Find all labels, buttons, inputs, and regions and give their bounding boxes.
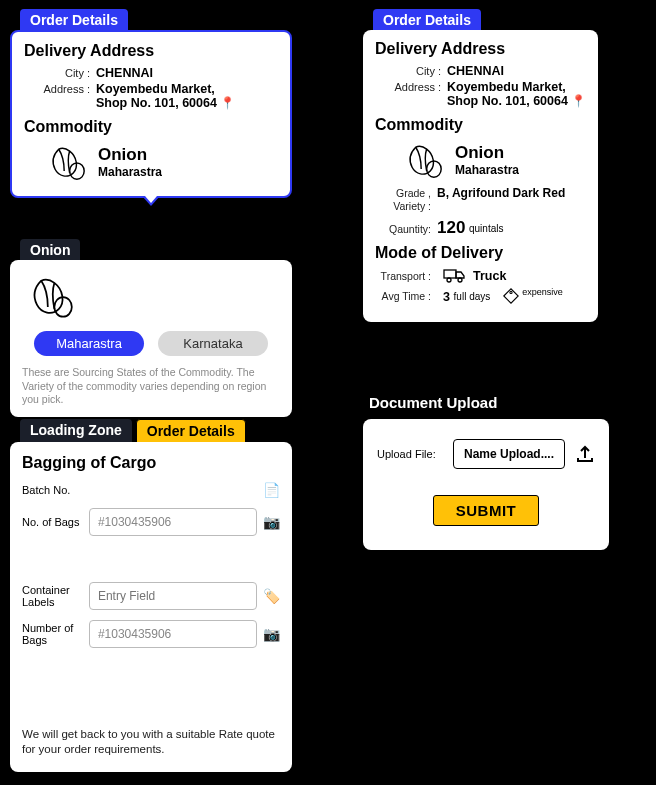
order-details-tag: Order Details	[373, 9, 481, 31]
commodity-heading: Commodity	[24, 118, 278, 136]
address-label: Address :	[375, 80, 447, 108]
city-value: CHENNAI	[96, 66, 153, 80]
submit-button[interactable]: SUBMIT	[433, 495, 540, 526]
bagging-heading: Bagging of Cargo	[22, 454, 280, 472]
commodity-region: Maharastra	[98, 165, 162, 179]
address-value: Koyembedu Market, Shop No. 101, 60064 📍	[96, 82, 235, 110]
quantity-label: Qauntity:	[375, 222, 437, 236]
document-upload-title: Document Upload	[363, 390, 645, 419]
loading-zone-tag: Loading Zone	[20, 419, 132, 443]
order-details-full-card: Delivery Address City : CHENNAI Address …	[363, 30, 598, 322]
transport-label: Transport :	[375, 269, 437, 283]
commodity-heading: Commodity	[375, 116, 586, 134]
price-tag-icon	[502, 287, 520, 305]
upload-icon[interactable]	[575, 444, 595, 464]
grade-variety-label: Grade , Variety :	[375, 186, 437, 212]
bagging-card: Bagging of Cargo Batch No. 📄 No. of Bags…	[10, 442, 292, 772]
commodity-name: Onion	[455, 143, 519, 163]
truck-icon	[443, 268, 467, 284]
onion-icon	[44, 142, 88, 182]
number-of-bags-input[interactable]	[89, 620, 257, 648]
camera-icon[interactable]: 📷	[263, 626, 280, 642]
address-line2: Shop No. 101, 60064	[447, 94, 568, 108]
order-details-tag-yellow: Order Details	[136, 419, 246, 443]
address-label: Address :	[24, 82, 96, 110]
address-value: Koyembedu Market, Shop No. 101, 60064 📍	[447, 80, 586, 108]
address-line2: Shop No. 101, 60064	[96, 96, 217, 110]
transport-value: Truck	[473, 269, 506, 283]
rate-quote-note: We will get back to you with a suitable …	[22, 727, 280, 758]
commodity-name: Onion	[98, 145, 162, 165]
delivery-address-heading: Delivery Address	[24, 42, 278, 60]
upload-file-input[interactable]: Name Upload....	[453, 439, 565, 469]
upload-file-label: Upload File:	[377, 448, 443, 460]
document-upload-card: Upload File: Name Upload.... SUBMIT	[363, 419, 609, 550]
quantity-value: 120	[437, 218, 465, 237]
batch-no-label: Batch No.	[22, 484, 86, 496]
city-label: City :	[375, 64, 447, 78]
city-label: City :	[24, 66, 96, 80]
avg-time-unit: full days	[454, 291, 491, 302]
camera-icon[interactable]: 📷	[263, 514, 280, 530]
pin-icon: 📍	[220, 96, 235, 110]
onion-icon	[22, 272, 78, 320]
container-labels-label: Container Labels	[22, 584, 83, 608]
delivery-address-heading: Delivery Address	[375, 40, 586, 58]
state-chip-maharastra[interactable]: Maharastra	[34, 331, 144, 356]
dropdown-indicator-icon	[142, 196, 160, 206]
tag-icon[interactable]: 🏷️	[263, 588, 280, 604]
address-line1: Koyembedu Market,	[447, 80, 566, 94]
container-labels-input[interactable]	[89, 582, 257, 610]
order-details-tag: Order Details	[20, 9, 128, 31]
onion-tag: Onion	[20, 239, 80, 261]
quantity-unit: quintals	[469, 223, 503, 234]
address-line1: Koyembedu Market,	[96, 82, 215, 96]
city-value: CHENNAI	[447, 64, 504, 78]
no-of-bags-label: No. of Bags	[22, 516, 83, 528]
avg-time-value: 3	[443, 290, 450, 304]
sourcing-state-card: Maharastra Karnataka These are Sourcing …	[10, 260, 292, 417]
grade-variety-value: B, Agrifound Dark Red	[437, 186, 565, 212]
avg-time-label: Avg Time :	[375, 289, 437, 303]
mode-of-delivery-heading: Mode of Delivery	[375, 244, 586, 262]
no-of-bags-input[interactable]	[89, 508, 257, 536]
onion-icon	[401, 140, 445, 180]
document-icon[interactable]: 📄	[262, 482, 280, 498]
sourcing-hint-text: These are Sourcing States of the Commodi…	[22, 366, 280, 407]
number-of-bags-label: Number of Bags	[22, 622, 83, 646]
price-note: expensive	[522, 287, 563, 297]
commodity-region: Maharastra	[455, 163, 519, 177]
state-chip-karnataka[interactable]: Karnataka	[158, 331, 268, 356]
order-details-card: Delivery Address City : CHENNAI Address …	[10, 30, 292, 198]
pin-icon: 📍	[571, 94, 586, 108]
